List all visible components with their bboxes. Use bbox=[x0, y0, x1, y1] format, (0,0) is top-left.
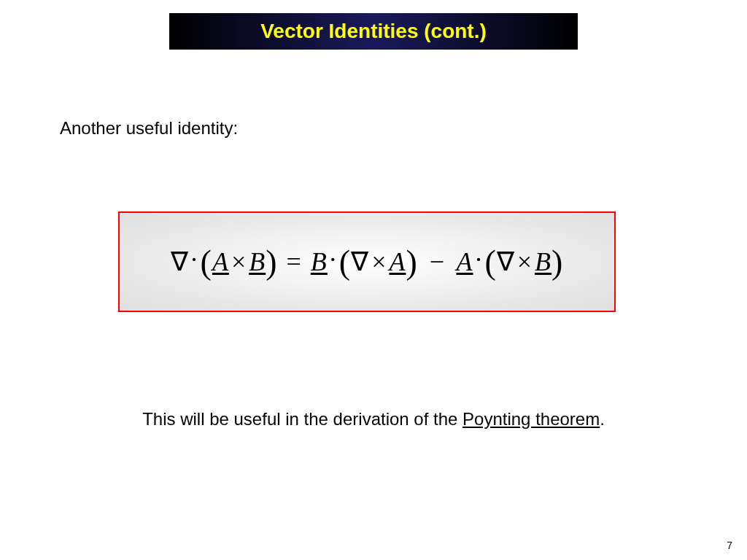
nabla: ∇ bbox=[351, 247, 369, 276]
vector-A: A bbox=[212, 247, 229, 276]
nabla: ∇ bbox=[497, 247, 515, 276]
title-bar: Vector Identities (cont.) bbox=[169, 13, 578, 50]
vector-B: B bbox=[535, 247, 551, 276]
vector-B: B bbox=[311, 247, 328, 276]
vector-A: A bbox=[456, 247, 473, 276]
equation: ∇·(A×B) = B·(∇×A) − A·(∇×B) bbox=[171, 243, 564, 281]
lparen: ( bbox=[484, 244, 496, 281]
conclusion-text: This will be useful in the derivation of… bbox=[0, 409, 747, 429]
lparen: ( bbox=[201, 244, 212, 281]
conclusion-prefix: This will be useful in the derivation of… bbox=[142, 409, 462, 429]
page-number: 7 bbox=[727, 540, 732, 551]
minus: − bbox=[430, 247, 445, 276]
rparen: ) bbox=[266, 244, 277, 281]
intro-text: Another useful identity: bbox=[60, 118, 238, 139]
dot-op: · bbox=[191, 245, 198, 274]
vector-A: A bbox=[389, 247, 406, 276]
lparen: ( bbox=[339, 244, 351, 281]
poynting-theorem-term: Poynting theorem bbox=[462, 409, 600, 429]
nabla: ∇ bbox=[171, 247, 189, 276]
page-title: Vector Identities (cont.) bbox=[260, 20, 487, 43]
dot-op: · bbox=[475, 245, 482, 274]
rparen: ) bbox=[551, 244, 563, 281]
cross-op: × bbox=[371, 247, 387, 276]
equals: = bbox=[287, 247, 302, 276]
dot-op: · bbox=[330, 245, 337, 274]
vector-B: B bbox=[249, 247, 266, 276]
cross-op: × bbox=[517, 247, 533, 276]
conclusion-suffix: . bbox=[600, 409, 605, 429]
equation-box: ∇·(A×B) = B·(∇×A) − A·(∇×B) bbox=[118, 211, 616, 312]
cross-op: × bbox=[231, 247, 247, 276]
rparen: ) bbox=[406, 244, 417, 281]
